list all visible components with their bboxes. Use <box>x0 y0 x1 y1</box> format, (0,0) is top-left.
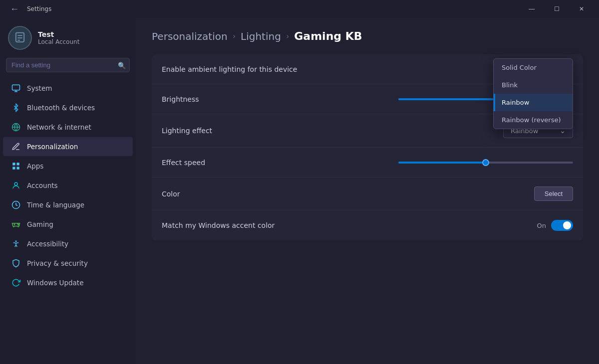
main-content: Personalization › Lighting › Gaming KB E… <box>136 18 599 364</box>
color-label: Color <box>162 190 180 198</box>
sidebar-search-container: 🔍 <box>6 58 130 72</box>
dropdown-option-solid-color[interactable]: Solid Color <box>494 59 573 76</box>
sidebar-item-label-bluetooth: Bluetooth & devices <box>27 104 95 112</box>
effect-speed-slider-thumb[interactable] <box>482 159 489 166</box>
dropdown-option-blink[interactable]: Blink <box>494 76 573 94</box>
svg-point-13 <box>18 224 19 225</box>
sidebar-item-label-network: Network & internet <box>27 123 91 131</box>
accessibility-icon <box>11 239 21 249</box>
sidebar-item-label-time: Time & language <box>27 201 84 209</box>
title-bar-title: Settings <box>27 5 51 12</box>
close-button[interactable]: ✕ <box>570 0 593 18</box>
color-row: Color Select <box>152 178 583 210</box>
title-bar-left: ← Settings <box>6 2 51 16</box>
sidebar-item-time[interactable]: Time & language <box>3 195 133 214</box>
svg-point-14 <box>15 240 17 242</box>
sidebar-item-privacy[interactable]: Privacy & security <box>3 254 133 273</box>
svg-rect-7 <box>17 163 19 165</box>
effect-speed-slider-container <box>398 162 573 164</box>
breadcrumb-current: Gaming KB <box>294 30 362 42</box>
sidebar-item-accounts[interactable]: Accounts <box>3 176 133 195</box>
match-accent-toggle-label: On <box>537 222 546 229</box>
personalization-icon <box>11 142 21 152</box>
sidebar-item-accessibility[interactable]: Accessibility <box>3 234 133 253</box>
effect-speed-label: Effect speed <box>162 159 205 167</box>
sidebar-item-network[interactable]: Network & internet <box>3 118 133 137</box>
sidebar-item-personalization[interactable]: Personalization <box>3 137 133 156</box>
lighting-effect-dropdown-popup: Solid Color Blink Rainbow Rainbow (rever… <box>493 58 573 129</box>
user-account-type: Local Account <box>38 38 79 45</box>
sidebar-item-label-system: System <box>27 84 52 92</box>
avatar <box>8 26 32 50</box>
breadcrumb-personalization[interactable]: Personalization <box>152 30 228 42</box>
ambient-lighting-label: Enable ambient lighting for this device <box>162 65 297 73</box>
breadcrumb: Personalization › Lighting › Gaming KB <box>152 30 583 42</box>
sidebar-item-update[interactable]: Windows Update <box>3 273 133 292</box>
svg-point-10 <box>14 182 17 185</box>
time-icon <box>11 200 21 210</box>
sidebar: Test Local Account 🔍 System Bluetooth & … <box>0 18 136 364</box>
back-button[interactable]: ← <box>6 2 23 16</box>
system-icon <box>11 83 21 93</box>
search-icon: 🔍 <box>118 61 126 69</box>
user-name: Test <box>38 30 79 38</box>
effect-speed-slider-track[interactable] <box>398 162 573 164</box>
lighting-effect-label: Lighting effect <box>162 127 212 135</box>
network-icon <box>11 122 21 132</box>
title-bar: ← Settings — ☐ ✕ <box>0 0 599 18</box>
gaming-icon <box>11 219 21 229</box>
match-accent-toggle-container: On <box>537 220 573 231</box>
lighting-effect-dropdown-container: Solid Color Blink Rainbow Rainbow (rever… <box>503 123 573 138</box>
sidebar-item-bluetooth[interactable]: Bluetooth & devices <box>3 98 133 117</box>
sidebar-item-label-accessibility: Accessibility <box>27 240 68 248</box>
settings-card: Enable ambient lighting for this device … <box>152 54 583 240</box>
lighting-effect-row: Lighting effect Solid Color Blink Rainbo… <box>152 114 583 148</box>
sidebar-item-label-accounts: Accounts <box>27 182 58 189</box>
sidebar-nav: System Bluetooth & devices Network & int… <box>0 76 136 360</box>
svg-rect-9 <box>17 167 19 170</box>
sidebar-item-apps[interactable]: Apps <box>3 157 133 176</box>
user-info: Test Local Account <box>38 30 79 45</box>
bluetooth-icon <box>11 103 21 113</box>
maximize-button[interactable]: ☐ <box>545 0 568 18</box>
match-accent-toggle[interactable] <box>551 220 573 231</box>
title-bar-controls: — ☐ ✕ <box>520 0 593 18</box>
sidebar-item-label-gaming: Gaming <box>27 220 53 228</box>
svg-rect-4 <box>12 85 20 90</box>
sidebar-item-label-personalization: Personalization <box>27 143 78 151</box>
breadcrumb-sep-2: › <box>286 31 289 41</box>
effect-speed-row: Effect speed <box>152 148 583 178</box>
accounts-icon <box>11 181 21 190</box>
sidebar-item-label-update: Windows Update <box>27 279 83 287</box>
match-accent-label: Match my Windows accent color <box>162 221 275 229</box>
sidebar-item-system[interactable]: System <box>3 79 133 98</box>
breadcrumb-lighting[interactable]: Lighting <box>241 30 281 42</box>
effect-speed-slider-fill <box>398 162 486 164</box>
match-accent-row: Match my Windows accent color On <box>152 210 583 240</box>
sidebar-item-gaming[interactable]: Gaming <box>3 215 133 234</box>
sidebar-item-label-privacy: Privacy & security <box>27 259 88 267</box>
privacy-icon <box>11 258 21 268</box>
app-body: Test Local Account 🔍 System Bluetooth & … <box>0 18 599 364</box>
svg-rect-6 <box>12 163 15 165</box>
update-icon <box>11 278 21 288</box>
svg-rect-8 <box>12 167 15 170</box>
color-select-button[interactable]: Select <box>534 186 573 201</box>
apps-icon <box>11 161 21 171</box>
search-input[interactable] <box>6 58 130 72</box>
brightness-label: Brightness <box>162 95 199 103</box>
sidebar-profile: Test Local Account <box>0 18 136 56</box>
minimize-button[interactable]: — <box>520 0 543 18</box>
dropdown-option-rainbow[interactable]: Rainbow <box>494 94 573 111</box>
dropdown-option-rainbow-reverse[interactable]: Rainbow (reverse) <box>494 111 573 129</box>
breadcrumb-sep-1: › <box>233 31 236 41</box>
sidebar-item-label-apps: Apps <box>27 162 43 170</box>
